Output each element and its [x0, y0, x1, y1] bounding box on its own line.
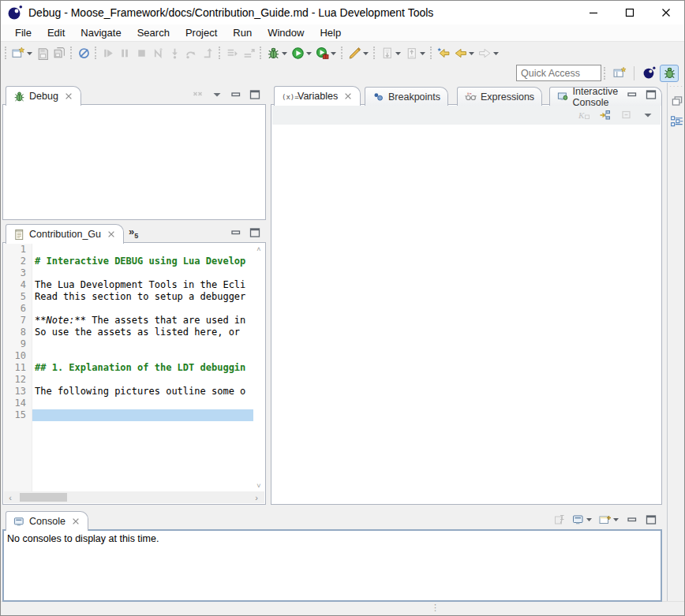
dropdown-caret-icon[interactable] [330, 50, 337, 57]
menu-window[interactable]: Window [260, 25, 312, 40]
tab-console[interactable]: Console [6, 511, 88, 531]
dropdown-caret-icon[interactable] [468, 50, 475, 57]
dropdown-caret-icon[interactable] [26, 50, 33, 57]
code-line[interactable]: The following pictures outline some o [32, 386, 253, 398]
toolbar-group-handle[interactable] [70, 47, 73, 59]
code-line[interactable]: Read this section to setup a debugger [32, 291, 253, 303]
scroll-left-icon[interactable]: ‹ [4, 493, 17, 502]
code-line[interactable] [32, 267, 253, 279]
code-line[interactable]: The Lua Development Tools in the Ecli [32, 279, 253, 291]
step-over-button[interactable] [183, 44, 200, 62]
terminate-button[interactable] [133, 44, 150, 62]
dropdown-caret-icon[interactable] [492, 50, 500, 57]
new-wizard-button[interactable] [10, 44, 35, 62]
code-line[interactable]: **Note:** The assets that are used in [32, 315, 253, 327]
editor-vertical-scrollbar[interactable]: ˄ ˅ [253, 244, 264, 491]
tab-expressions[interactable]: x=Expressions [457, 87, 542, 106]
use-step-filters-button[interactable] [224, 44, 241, 62]
save-button[interactable] [35, 44, 51, 62]
dropdown-caret-icon[interactable] [586, 516, 593, 523]
outline-view-button[interactable] [670, 114, 684, 129]
toolbar-group-handle[interactable] [430, 47, 432, 59]
variables-view-content[interactable]: K [271, 104, 662, 505]
code-line[interactable]: # Interactive DEBUG using Lua Develop [32, 256, 253, 267]
toolbar-group-handle[interactable] [373, 47, 376, 59]
last-edit-location-button[interactable] [436, 44, 452, 62]
pin-console-button[interactable] [552, 511, 567, 528]
debug-perspective-button[interactable] [660, 65, 679, 82]
suspend-button[interactable] [117, 44, 133, 62]
maximize-view-button[interactable] [643, 86, 659, 103]
maximize-view-button[interactable] [247, 86, 263, 103]
next-annotation-button[interactable] [379, 44, 403, 62]
menu-navigate[interactable]: Navigate [73, 25, 129, 40]
save-all-button[interactable] [51, 44, 68, 62]
code-line[interactable] [32, 244, 253, 256]
tab-debug[interactable]: Debug [6, 86, 81, 106]
external-tools-button[interactable] [314, 44, 339, 62]
minimize-button[interactable] [575, 1, 612, 24]
toolbar-group-handle[interactable] [95, 47, 97, 59]
step-return-button[interactable] [200, 44, 216, 62]
open-console-button[interactable] [597, 511, 621, 528]
close-tab-icon[interactable] [71, 517, 80, 526]
dropdown-caret-icon[interactable] [395, 50, 402, 57]
code-line[interactable] [32, 350, 253, 362]
open-element-button[interactable] [346, 44, 371, 62]
tab-contribution-guide[interactable]: Contribution_Gu [6, 224, 124, 244]
minimize-view-button[interactable] [624, 511, 640, 528]
remove-terminated-button[interactable] [190, 86, 206, 103]
menu-search[interactable]: Search [129, 25, 178, 40]
dropdown-caret-icon[interactable] [281, 50, 288, 57]
menu-edit[interactable]: Edit [39, 25, 73, 40]
code-line[interactable] [32, 374, 253, 386]
show-type-names-button[interactable]: K [576, 106, 592, 124]
menu-project[interactable]: Project [178, 25, 225, 40]
view-menu-button[interactable] [209, 86, 225, 103]
code-line[interactable] [32, 409, 253, 421]
display-console-button[interactable] [571, 511, 594, 528]
restore-view-button[interactable] [670, 94, 684, 108]
code-line[interactable] [32, 398, 253, 409]
scroll-down-icon[interactable]: ˅ [256, 482, 260, 490]
code-line[interactable]: ## 1. Explanation of the LDT debuggin [32, 362, 253, 374]
toolbar-group-handle[interactable] [5, 47, 7, 59]
maximize-button[interactable] [612, 1, 648, 24]
tab-variables[interactable]: (x)=Variables [274, 86, 361, 106]
minimize-view-button[interactable] [228, 224, 244, 241]
dropdown-caret-icon[interactable] [419, 50, 426, 57]
skip-all-breakpoints-button[interactable] [76, 44, 92, 62]
debug-button[interactable] [265, 44, 290, 62]
menu-help[interactable]: Help [312, 25, 349, 40]
forward-button[interactable] [477, 44, 501, 62]
step-into-button[interactable] [167, 44, 183, 62]
drop-to-frame-button[interactable] [241, 44, 257, 62]
close-tab-icon[interactable] [107, 230, 116, 239]
scroll-up-icon[interactable]: ˄ [256, 245, 260, 253]
dropdown-caret-icon[interactable] [362, 50, 369, 57]
view-menu-button[interactable] [640, 106, 656, 124]
editor-horizontal-scrollbar[interactable]: ‹ › [4, 491, 264, 503]
disconnect-button[interactable] [150, 44, 167, 62]
previous-annotation-button[interactable] [403, 44, 428, 62]
quick-access-input[interactable] [516, 65, 601, 81]
menu-file[interactable]: File [7, 25, 39, 40]
editor-overflow-chevron[interactable]: »5 [129, 226, 138, 240]
dropdown-caret-icon[interactable] [612, 516, 619, 523]
resume-button[interactable] [100, 44, 117, 62]
code-line[interactable]: So use the assets as listed here, or [32, 327, 253, 338]
minimize-view-button[interactable] [624, 86, 640, 103]
tab-breakpoints[interactable]: Breakpoints [365, 87, 448, 106]
open-perspective-button[interactable] [610, 65, 629, 82]
toolbar-group-handle[interactable] [219, 47, 221, 59]
toolbar-group-handle[interactable] [260, 47, 262, 59]
close-tab-icon[interactable] [343, 91, 353, 101]
minimize-view-button[interactable] [228, 86, 244, 103]
toolbar-group-handle[interactable] [341, 47, 343, 59]
code-line[interactable] [32, 303, 253, 315]
run-button[interactable] [290, 44, 314, 62]
lua-perspective-button[interactable] [639, 65, 658, 82]
collapse-all-button[interactable] [619, 106, 634, 124]
scrollbar-thumb[interactable] [20, 493, 67, 502]
dropdown-caret-icon[interactable] [305, 50, 313, 57]
